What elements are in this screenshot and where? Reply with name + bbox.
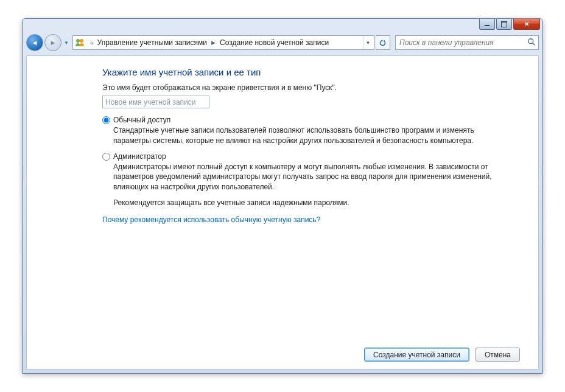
history-dropdown[interactable]: ▼	[63, 37, 70, 48]
radio-admin-input[interactable]	[102, 153, 110, 161]
address-dropdown[interactable]: ▼	[363, 36, 373, 49]
maximize-button[interactable]	[496, 19, 512, 30]
minimize-button[interactable]	[479, 19, 495, 30]
content-area: Укажите имя учетной записи и ее тип Это …	[26, 55, 539, 369]
radio-admin[interactable]: Администратор Администраторы имеют полны…	[102, 152, 520, 192]
breadcrumb-root-chevron[interactable]: «	[88, 40, 95, 46]
back-button[interactable]	[26, 34, 43, 51]
page-subtitle: Это имя будет отображаться на экране при…	[102, 83, 520, 92]
refresh-icon	[379, 39, 387, 47]
titlebar-buttons	[479, 19, 540, 30]
address-bar[interactable]: « Управление учетными записями ▶ Создани…	[72, 35, 374, 50]
button-row: Создание учетной записи Отмена	[27, 341, 538, 369]
search-input[interactable]	[398, 38, 527, 47]
create-account-window: ▼ « Управление учетными записями ▶ Созда…	[22, 18, 543, 374]
password-recommendation: Рекомендуется защищать все учетные запис…	[113, 198, 503, 207]
svg-point-1	[80, 39, 83, 43]
svg-point-2	[528, 38, 533, 43]
cancel-button[interactable]: Отмена	[476, 348, 520, 362]
radio-standard-label: Обычный доступ	[113, 116, 503, 124]
close-button[interactable]	[513, 19, 540, 30]
create-account-button[interactable]: Создание учетной записи	[364, 348, 469, 362]
search-bar[interactable]	[395, 35, 539, 50]
svg-point-0	[76, 39, 80, 43]
radio-standard[interactable]: Обычный доступ Стандартные учетные запис…	[102, 116, 520, 146]
account-name-input[interactable]	[102, 96, 209, 108]
radio-admin-desc: Администраторы имеют полный доступ к ком…	[113, 162, 503, 192]
radio-standard-input[interactable]	[102, 116, 110, 124]
why-standard-link[interactable]: Почему рекомендуется использовать обычну…	[102, 215, 320, 224]
chevron-right-icon[interactable]: ▶	[209, 40, 217, 46]
refresh-button[interactable]	[376, 35, 390, 50]
content-scroll: Укажите имя учетной записи и ее тип Это …	[27, 56, 538, 341]
svg-line-3	[533, 43, 535, 45]
navbar: ▼ « Управление учетными записями ▶ Созда…	[26, 32, 539, 53]
radio-standard-desc: Стандартные учетные записи пользователей…	[113, 125, 503, 146]
breadcrumb-item-2[interactable]: Создание новой учетной записи	[217, 38, 331, 47]
radio-admin-label: Администратор	[113, 152, 503, 161]
search-icon[interactable]	[527, 38, 536, 48]
users-icon	[74, 37, 85, 48]
page-title: Укажите имя учетной записи и ее тип	[102, 67, 520, 77]
breadcrumb-item-1[interactable]: Управление учетными записями	[95, 38, 209, 47]
forward-button[interactable]	[44, 34, 61, 51]
